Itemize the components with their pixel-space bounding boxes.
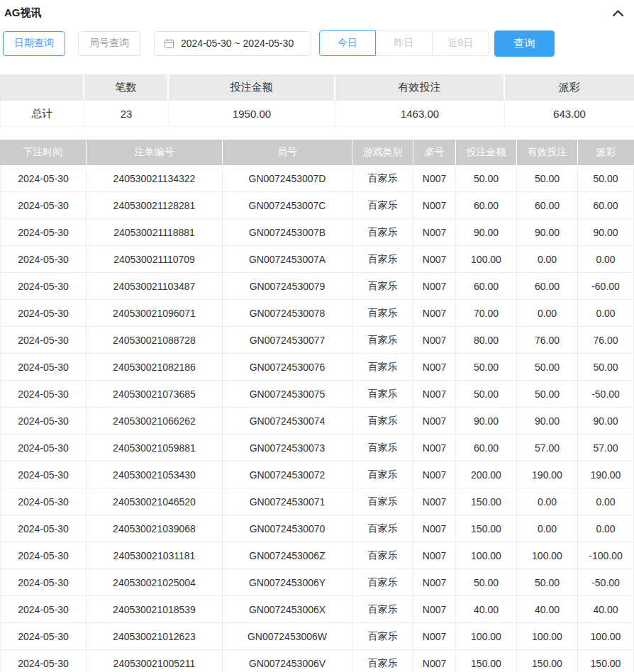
- table-row: 2024-05-30 240530021053430 GN00724530072…: [0, 461, 634, 488]
- cell-game-type: 百家乐: [352, 542, 413, 569]
- summary-col-bet-amount: 投注金额: [169, 74, 335, 101]
- cell-table-no: N007: [413, 569, 456, 596]
- cell-round-id: GN00724530078: [223, 300, 352, 327]
- table-row: 2024-05-30 240530021046520 GN00724530071…: [0, 488, 634, 515]
- cell-order-id: 240530021088728: [87, 327, 223, 354]
- cell-bet-time: 2024-05-30: [0, 219, 87, 246]
- cell-round-id: GN00724530075: [223, 381, 352, 408]
- cell-bet-time: 2024-05-30: [0, 596, 87, 623]
- table-row: 2024-05-30 240530021018539 GN0072453006X…: [0, 596, 634, 623]
- cell-round-id: GN0072453007A: [223, 246, 352, 273]
- cell-round-id: GN0072453006X: [223, 596, 352, 623]
- cell-bet-time: 2024-05-30: [0, 381, 87, 408]
- cell-bet-amount: 60.00: [456, 192, 517, 219]
- table-row: 2024-05-30 240530021005211 GN0072453006V…: [0, 650, 634, 672]
- quick-range-group: 今日 昨日 近8日: [319, 30, 489, 56]
- cell-valid-bet: 40.00: [517, 596, 578, 623]
- cell-round-id: GN0072453007C: [223, 192, 352, 219]
- cell-round-id: GN0072453007D: [223, 165, 352, 192]
- cell-bet-time: 2024-05-30: [0, 488, 87, 515]
- cell-table-no: N007: [413, 542, 456, 569]
- cell-game-type: 百家乐: [352, 569, 413, 596]
- cell-bet-amount: 50.00: [456, 381, 517, 408]
- cell-valid-bet: 60.00: [517, 273, 578, 300]
- cell-game-type: 百家乐: [352, 488, 413, 515]
- cell-round-id: GN0072453007B: [223, 219, 352, 246]
- search-button[interactable]: 查询: [494, 30, 555, 57]
- cell-table-no: N007: [413, 650, 456, 672]
- cell-bet-time: 2024-05-30: [0, 461, 87, 488]
- round-query-button[interactable]: 局号查询: [78, 31, 140, 56]
- cell-table-no: N007: [413, 435, 456, 461]
- cell-order-id: 240530021096071: [87, 300, 223, 327]
- cell-game-type: 百家乐: [352, 435, 413, 461]
- col-round-id: 局号: [223, 140, 352, 165]
- summary-bet-amount-value: 1950.00: [169, 101, 335, 127]
- cell-valid-bet: 0.00: [517, 488, 578, 515]
- cell-order-id: 240530021118881: [87, 219, 223, 246]
- cell-order-id: 240530021110709: [87, 246, 223, 273]
- table-row: 2024-05-30 240530021118881 GN0072453007B…: [0, 219, 634, 246]
- cell-bet-time: 2024-05-30: [0, 623, 87, 650]
- cell-bet-time: 2024-05-30: [0, 650, 87, 672]
- cell-valid-bet: 100.00: [517, 542, 578, 569]
- table-row: 2024-05-30 240530021073685 GN00724530075…: [0, 381, 634, 408]
- quick-today-button[interactable]: 今日: [319, 30, 376, 56]
- cell-bet-time: 2024-05-30: [0, 327, 87, 354]
- table-row: 2024-05-30 240530021031181 GN0072453006Z…: [0, 542, 634, 569]
- summary-total-label: 总计: [0, 101, 84, 127]
- cell-bet-time: 2024-05-30: [0, 246, 87, 273]
- cell-round-id: GN00724530073: [223, 435, 352, 461]
- cell-bet-time: 2024-05-30: [0, 300, 87, 327]
- col-order-id: 注单编号: [87, 140, 223, 165]
- cell-round-id: GN00724530077: [223, 327, 352, 354]
- cell-bet-amount: 100.00: [456, 246, 517, 273]
- cell-order-id: 240530021031181: [87, 542, 223, 569]
- cell-valid-bet: 0.00: [517, 300, 578, 327]
- summary-payout-value: 643.00: [505, 101, 634, 127]
- calendar-icon: [164, 38, 174, 49]
- cell-game-type: 百家乐: [352, 354, 413, 381]
- cell-valid-bet: 90.00: [517, 219, 578, 246]
- quick-yesterday-button[interactable]: 昨日: [376, 30, 433, 56]
- cell-payout: -50.00: [578, 569, 634, 596]
- cell-bet-time: 2024-05-30: [0, 542, 87, 569]
- chevron-up-icon[interactable]: [611, 8, 625, 19]
- cell-valid-bet: 90.00: [517, 408, 578, 435]
- table-row: 2024-05-30 240530021012623 GN0072453006W…: [0, 623, 634, 650]
- cell-bet-amount: 100.00: [456, 623, 517, 650]
- cell-payout: 190.00: [578, 461, 634, 488]
- cell-payout: 50.00: [578, 354, 634, 381]
- cell-order-id: 240530021018539: [87, 596, 223, 623]
- cell-table-no: N007: [413, 623, 456, 650]
- cell-round-id: GN00724530074: [223, 408, 352, 435]
- cell-order-id: 240530021103487: [87, 273, 223, 300]
- table-row: 2024-05-30 240530021088728 GN00724530077…: [0, 327, 634, 354]
- cell-game-type: 百家乐: [352, 165, 413, 192]
- cell-order-id: 240530021039068: [87, 515, 223, 542]
- cell-order-id: 240530021012623: [87, 623, 223, 650]
- table-row: 2024-05-30 240530021066262 GN00724530074…: [0, 408, 634, 435]
- cell-round-id: GN00724530072: [223, 461, 352, 488]
- cell-table-no: N007: [413, 354, 456, 381]
- col-bet-amount: 投注金额: [456, 140, 517, 165]
- cell-payout: 60.00: [578, 192, 634, 219]
- summary-valid-bet-value: 1463.00: [335, 101, 505, 127]
- cell-game-type: 百家乐: [352, 650, 413, 672]
- table-row: 2024-05-30 240530021128281 GN0072453007C…: [0, 192, 634, 219]
- summary-total-row: 总计 23 1950.00 1463.00 643.00: [0, 101, 634, 127]
- bet-table-body: 2024-05-30 240530021134322 GN0072453007D…: [0, 165, 634, 672]
- date-query-button[interactable]: 日期查询: [3, 31, 65, 56]
- cell-table-no: N007: [413, 408, 456, 435]
- col-game-type: 游戏类别: [352, 140, 413, 165]
- cell-bet-time: 2024-05-30: [0, 354, 87, 381]
- cell-payout: 0.00: [578, 488, 634, 515]
- quick-last8days-button[interactable]: 近8日: [433, 30, 489, 56]
- col-table-no: 桌号: [413, 140, 456, 165]
- cell-table-no: N007: [413, 273, 456, 300]
- date-range-picker[interactable]: 2024-05-30 ~ 2024-05-30: [154, 31, 311, 56]
- page-title: AG视讯: [4, 6, 42, 20]
- cell-bet-amount: 100.00: [456, 542, 517, 569]
- cell-bet-amount: 40.00: [456, 596, 517, 623]
- cell-round-id: GN0072453006W: [223, 623, 352, 650]
